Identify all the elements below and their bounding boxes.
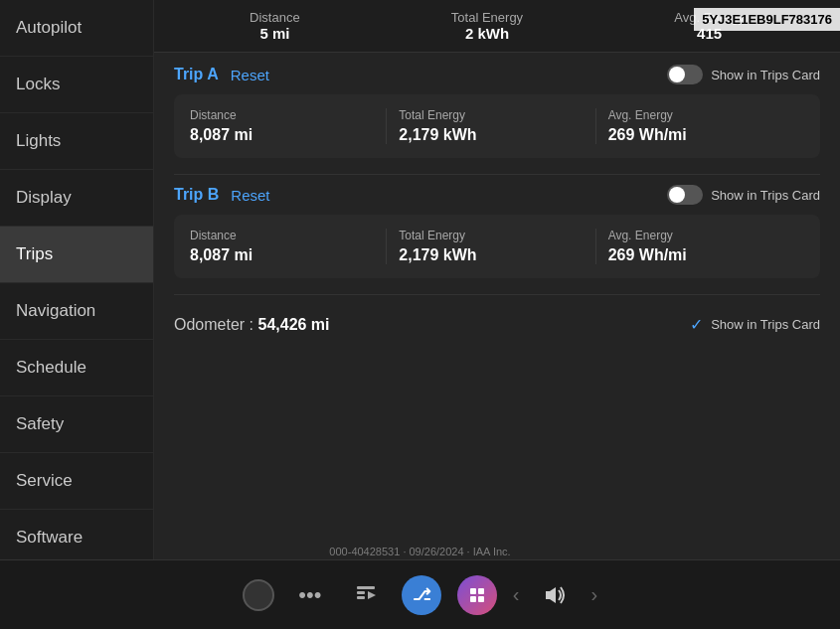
- trip-a-toggle[interactable]: [667, 65, 703, 84]
- trip-b-title: Trip B Reset: [174, 186, 270, 204]
- svg-rect-5: [478, 588, 484, 594]
- trip-b-avg-value: 269 Wh/mi: [608, 246, 792, 264]
- svg-marker-2: [368, 591, 376, 599]
- trip-b-reset-button[interactable]: Reset: [231, 187, 269, 204]
- svg-rect-3: [357, 596, 365, 599]
- taskbar-profile-icon[interactable]: [243, 579, 274, 611]
- checkmark-icon: ✓: [690, 315, 703, 334]
- sidebar-item-locks[interactable]: Locks: [0, 57, 153, 113]
- sidebar-item-display[interactable]: Display: [0, 170, 153, 227]
- svg-rect-6: [470, 596, 476, 602]
- summary-distance-label: Distance: [250, 10, 300, 25]
- trip-a-energy: Total Energy 2,179 kWh: [387, 108, 595, 144]
- main-content: Distance 5 mi Total Energy 2 kWh Avg. En…: [154, 0, 840, 629]
- svg-marker-8: [546, 587, 556, 603]
- trip-a-show-label: Show in Trips Card: [711, 68, 820, 82]
- trip-b-name: Trip B: [174, 186, 219, 204]
- sidebar: Autopilot Locks Lights Display Trips Nav…: [0, 0, 154, 629]
- taskbar-volume-icon[interactable]: [536, 575, 576, 615]
- summary-distance-value: 5 mi: [259, 25, 289, 42]
- divider-2: [174, 294, 820, 295]
- taskbar: ••• ⎇ ‹ ›: [0, 559, 840, 629]
- trip-b-energy-label: Total Energy: [399, 229, 583, 242]
- trip-a-reset-button[interactable]: Reset: [231, 67, 269, 83]
- summary-distance: Distance 5 mi: [250, 10, 300, 42]
- summary-energy-label: Total Energy: [451, 10, 523, 25]
- trip-a-distance: Distance 8,087 mi: [190, 108, 387, 144]
- taskbar-bluetooth-icon[interactable]: ⎇: [402, 575, 441, 615]
- trip-a-distance-label: Distance: [190, 108, 374, 122]
- trip-b-header: Trip B Reset Show in Trips Card: [174, 185, 820, 205]
- trip-b-avg-label: Avg. Energy: [608, 229, 792, 242]
- svg-rect-4: [470, 588, 476, 594]
- trip-a-metrics: Distance 8,087 mi Total Energy 2,179 kWh…: [174, 94, 820, 158]
- sidebar-item-safety[interactable]: Safety: [0, 396, 153, 453]
- trip-a-name: Trip A: [174, 66, 219, 83]
- divider-1: [174, 174, 820, 175]
- sidebar-item-schedule[interactable]: Schedule: [0, 340, 153, 396]
- taskbar-dots-icon[interactable]: •••: [290, 575, 330, 615]
- nav-right-chevron[interactable]: ›: [591, 583, 598, 606]
- taskbar-play-icon[interactable]: [346, 575, 386, 615]
- trip-a-section: Trip A Reset Show in Trips Card Distance…: [174, 65, 820, 158]
- vin-badge: 5YJ3E1EB9LF783176: [694, 8, 840, 31]
- trip-a-energy-label: Total Energy: [399, 108, 583, 122]
- trip-a-title: Trip A Reset: [174, 66, 269, 83]
- trip-a-avg-label: Avg. Energy: [608, 108, 792, 122]
- odometer-show-toggle[interactable]: ✓ Show in Trips Card: [690, 315, 820, 334]
- trip-a-avg-value: 269 Wh/mi: [608, 126, 792, 144]
- trip-b-distance: Distance 8,087 mi: [190, 229, 387, 264]
- screen: 5YJ3E1EB9LF783176 Autopilot Locks Lights…: [0, 0, 840, 629]
- trip-b-energy-value: 2,179 kWh: [399, 246, 583, 264]
- taskbar-shortcut-icon[interactable]: [457, 575, 497, 615]
- trip-b-metrics: Distance 8,087 mi Total Energy 2,179 kWh…: [174, 215, 820, 278]
- trip-b-show-toggle[interactable]: Show in Trips Card: [667, 185, 820, 205]
- trip-a-avg: Avg. Energy 269 Wh/mi: [596, 108, 804, 144]
- trip-a-energy-value: 2,179 kWh: [399, 126, 583, 144]
- trip-b-energy: Total Energy 2,179 kWh: [387, 229, 595, 264]
- summary-total-energy: Total Energy 2 kWh: [451, 10, 523, 42]
- trip-b-show-label: Show in Trips Card: [711, 188, 820, 203]
- trip-b-section: Trip B Reset Show in Trips Card Distance…: [174, 185, 820, 278]
- trip-a-distance-value: 8,087 mi: [190, 126, 374, 144]
- watermark: 000-40428531 · 09/26/2024 · IAA Inc.: [329, 546, 510, 557]
- trip-b-distance-value: 8,087 mi: [190, 246, 374, 264]
- odometer-value: 54,426 mi: [257, 316, 329, 333]
- trip-a-header: Trip A Reset Show in Trips Card: [174, 65, 820, 84]
- nav-left-chevron[interactable]: ‹: [513, 583, 520, 606]
- sidebar-item-service[interactable]: Service: [0, 453, 153, 510]
- sidebar-item-software[interactable]: Software: [0, 510, 153, 566]
- trip-b-distance-label: Distance: [190, 229, 374, 242]
- sidebar-item-lights[interactable]: Lights: [0, 113, 153, 170]
- odometer-row: Odometer : 54,426 mi ✓ Show in Trips Car…: [174, 305, 820, 344]
- svg-rect-0: [357, 586, 375, 589]
- trip-b-avg: Avg. Energy 269 Wh/mi: [596, 229, 804, 264]
- odometer-display: Odometer : 54,426 mi: [174, 316, 330, 334]
- trip-b-toggle[interactable]: [667, 185, 703, 205]
- sidebar-item-trips[interactable]: Trips: [0, 227, 153, 283]
- trip-a-show-toggle[interactable]: Show in Trips Card: [667, 65, 820, 84]
- svg-rect-1: [357, 591, 365, 594]
- summary-energy-value: 2 kWh: [465, 25, 509, 42]
- trips-area: Trip A Reset Show in Trips Card Distance…: [154, 53, 840, 629]
- sidebar-item-navigation[interactable]: Navigation: [0, 283, 153, 340]
- svg-rect-7: [478, 596, 484, 602]
- odometer-show-label: Show in Trips Card: [711, 317, 820, 332]
- odometer-label: Odometer :: [174, 316, 253, 333]
- sidebar-item-autopilot[interactable]: Autopilot: [0, 0, 153, 57]
